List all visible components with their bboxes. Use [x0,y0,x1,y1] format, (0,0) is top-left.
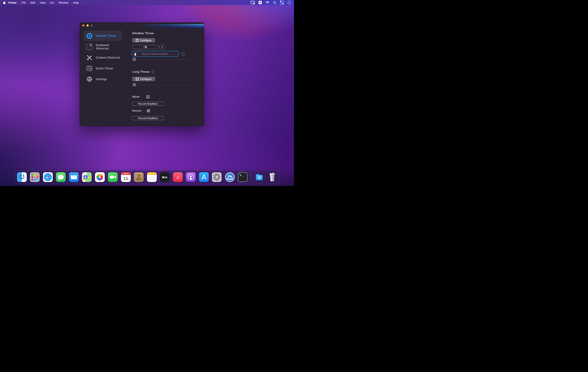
dock-item-mosaic[interactable] [225,172,235,182]
dock-item-notes[interactable] [147,172,157,182]
music-note-icon: ♫ [176,174,179,180]
dock-item-finder[interactable] [17,172,27,182]
minimize-button[interactable] [86,24,89,27]
app-window: Window Throw ⌘ Keyboard Shortcuts Custom… [80,22,204,126]
options-sliders-icon[interactable] [133,58,136,62]
resize-icon [147,109,150,112]
divider [138,85,196,85]
sidebar-item-settings[interactable]: Settings [84,74,122,84]
menu-window[interactable]: Window [59,1,68,4]
options-sliders-icon[interactable] [133,83,136,87]
record-mouse-placeholder: Record Mouse Button [132,52,178,55]
command-key-icon: ⌘ [86,44,93,50]
running-indicator [240,174,240,175]
resize-label: Resize [132,109,141,112]
zoom-button-disabled [91,24,93,27]
tools-icon [86,54,93,61]
dock-item-launchpad[interactable] [30,172,40,182]
clock-widget-icon[interactable]: 7 [287,1,291,4]
menu-bar: Finder File Edit View Go Window Help A ! [0,0,294,5]
quick-throw-icon [86,65,93,72]
dock-item-app-store[interactable] [199,172,209,182]
menu-file[interactable]: File [21,1,26,4]
shortcut-field[interactable]: ^⌘ [132,45,158,49]
sidebar-item-label: Quick Throw [96,67,113,70]
sidebar-item-keyboard-shortcuts[interactable]: ⌘ Keyboard Shortcuts [84,42,122,52]
menu-view[interactable]: View [40,1,46,4]
sidebar-item-label: Custom Shortcuts [96,56,120,59]
configure-button-window-throw[interactable]: Configure [132,38,155,43]
divider [138,59,196,60]
dock-item-music[interactable]: ♫ [173,172,183,182]
apple-menu-icon[interactable] [3,1,6,4]
sidebar-item-label: Keyboard Shortcuts [96,43,122,50]
compass-icon [44,173,52,181]
dock-item-maps[interactable] [82,172,92,182]
menu-finder[interactable]: Finder [8,1,17,4]
dock-item-photos[interactable] [95,172,105,182]
dock-item-contacts[interactable] [134,172,144,182]
gear-icon [86,76,93,82]
menu-edit[interactable]: Edit [31,1,35,4]
close-button[interactable] [82,24,84,27]
move-icon [147,95,150,98]
configure-button-long-throw[interactable]: Configure [132,77,155,81]
record-modifiers-button-move[interactable]: Record Modifiers [132,102,164,106]
download-arrow-icon: ↓ [257,176,261,179]
grid-icon [136,78,138,80]
dock-item-downloads[interactable]: ↓ [254,172,264,182]
record-mouse-button-field[interactable]: Record Mouse Button [132,51,178,57]
dock-item-facetime[interactable] [108,172,118,182]
titlebar-glare [137,24,204,25]
sidebar-item-window-throw[interactable]: Window Throw [84,31,122,41]
spotlight-icon[interactable] [273,1,276,4]
window-throw-title: Window Throw [132,31,154,35]
dock-item-mail[interactable] [69,172,79,182]
dock-item-messages[interactable] [56,172,66,182]
control-center-icon[interactable] [280,0,284,5]
window-titlebar[interactable] [80,22,204,29]
dock-item-terminal[interactable]: >_ [238,172,248,182]
mosaic-menubar-icon[interactable] [251,1,255,4]
grid-icon [136,39,138,42]
sidebar-item-quick-throw[interactable]: Quick Throw [84,63,122,74]
sidebar-item-label: Settings [96,77,107,81]
long-throw-title: Long Throw [132,70,149,74]
running-indicator [21,181,22,182]
dock-item-tv[interactable]: tv [160,172,170,182]
dock-separator [251,172,251,182]
dock-item-podcasts[interactable] [186,172,196,182]
record-modifiers-button-resize[interactable]: Record Modifiers [132,116,164,120]
input-source-icon[interactable]: A [259,1,262,4]
wifi-alert-icon[interactable]: ! [265,1,270,4]
clear-shortcut-button[interactable]: × [159,45,165,49]
dock-item-trash[interactable] [267,172,277,182]
move-label: Move [132,95,139,98]
dock-item-safari[interactable] [43,172,53,182]
sidebar-item-custom-shortcuts[interactable]: Custom Shortcuts [84,52,122,63]
info-icon-long-throw[interactable]: i [151,70,155,73]
sidebar-item-label: Window Throw [96,34,116,37]
dock: JAN 15 tv ♫ [14,170,280,184]
desktop: Finder File Edit View Go Window Help A ! [0,0,294,186]
menu-go[interactable]: Go [50,1,54,4]
target-circle-icon [86,33,93,39]
info-icon-mouse[interactable]: i [181,52,185,56]
dock-item-system-preferences[interactable] [212,172,222,182]
dock-item-calendar[interactable]: JAN 15 [121,172,131,182]
menu-help[interactable]: Help [73,1,79,4]
